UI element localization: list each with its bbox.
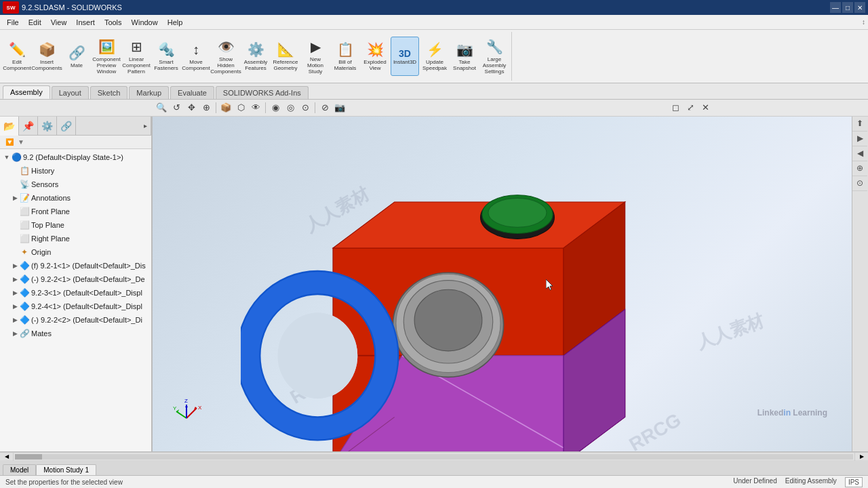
new-motion-button[interactable]: ▶ NewMotionStudy xyxy=(301,37,330,76)
bottom-tab-motion[interactable]: Motion Study 1 xyxy=(36,464,96,475)
view-expand-button[interactable]: ⤢ xyxy=(684,101,697,115)
linear-component-icon: ⊞ xyxy=(131,39,142,55)
show-hidden-button[interactable]: 👁️ ShowHiddenComponents xyxy=(212,37,240,76)
update-speedpak-label: UpdateSpeedpak xyxy=(422,59,447,71)
right-panel-btn-1[interactable]: ⬆ xyxy=(852,117,867,131)
right-panel-btn-5[interactable]: ⊙ xyxy=(852,176,867,191)
tree-label-history: History xyxy=(31,167,54,175)
minimize-button[interactable]: — xyxy=(830,2,841,13)
shadows-button[interactable]: ⊙ xyxy=(298,101,312,115)
tree-item-comp4[interactable]: ▶ 🔷 9.2-4<1> (Default<Default>_Displ xyxy=(0,300,151,313)
view-close-button[interactable]: ✕ xyxy=(698,101,712,115)
tree-expand-root[interactable]: ▼ xyxy=(3,152,11,163)
tree-expand-comp4[interactable]: ▶ xyxy=(11,301,19,312)
realview-button[interactable]: ◎ xyxy=(283,101,297,115)
linear-component-label: LinearComponentPattern xyxy=(122,56,150,75)
tree-item-front-plane[interactable]: ⬜ Front Plane xyxy=(0,205,151,218)
bill-materials-button[interactable]: 📋 Bill ofMaterials xyxy=(331,37,359,76)
tree-expand-annotations[interactable]: ▶ xyxy=(11,192,19,203)
tree-expand-comp3[interactable]: ▶ xyxy=(11,287,19,298)
right-panel: ⬆ ▶ ◀ ⊕ ⊙ xyxy=(852,117,868,451)
tree-expand-comp2[interactable]: ▶ xyxy=(11,274,19,285)
view-collapse-button[interactable]: ◻ xyxy=(669,101,682,115)
menu-tools[interactable]: Tools xyxy=(100,17,126,28)
tab-evaluate[interactable]: Evaluate xyxy=(170,86,214,99)
assembly-features-button[interactable]: ⚙️ AssemblyFeatures xyxy=(241,37,270,76)
tree-item-right-plane[interactable]: ⬜ Right Plane xyxy=(0,232,151,245)
tab-assembly[interactable]: Assembly xyxy=(3,85,50,99)
svg-text:X: X xyxy=(198,405,202,411)
tree-item-comp3[interactable]: ▶ 🔷 9.2-3<1> (Default<Default>_Displ xyxy=(0,286,151,300)
tree-item-comp5[interactable]: ▶ 🔷 (-) 9.2-2<2> (Default<Default>_Di xyxy=(0,313,151,327)
tree-item-top-plane[interactable]: ⬜ Top Plane xyxy=(0,218,151,232)
menu-insert[interactable]: Insert xyxy=(72,17,99,28)
insert-components-button[interactable]: 📦 InsertComponents xyxy=(33,37,61,76)
smart-fasteners-button[interactable]: 🔩 SmartFasteners xyxy=(152,37,180,76)
edit-component-button[interactable]: ✏️ EditComponent xyxy=(3,37,31,76)
mate-button[interactable]: 🔗 Mate xyxy=(62,37,91,76)
tree-item-history[interactable]: 📋 History xyxy=(0,164,151,178)
tree-label-annotations: Annotations xyxy=(31,194,71,202)
linear-component-button[interactable]: ⊞ LinearComponentPattern xyxy=(122,37,151,76)
scroll-left-button[interactable]: ◀ xyxy=(0,453,14,461)
bottom-tab-model[interactable]: Model xyxy=(3,464,36,475)
mate-icon: 🔗 xyxy=(68,45,85,61)
menu-file[interactable]: File xyxy=(3,17,23,28)
view-orientation-button[interactable]: 📦 xyxy=(219,101,233,115)
tree-expand-mates[interactable]: ▶ xyxy=(11,328,19,339)
tab-sketch[interactable]: Sketch xyxy=(90,86,128,99)
exploded-view-button[interactable]: 💥 ExplodedView xyxy=(361,37,389,76)
tab-solidworks-addins[interactable]: SOLIDWORKS Add-Ins xyxy=(216,86,309,99)
sidebar-tab-feature-tree[interactable]: 📂 xyxy=(0,117,19,136)
reference-geometry-button[interactable]: 📐 ReferenceGeometry xyxy=(271,37,300,76)
right-panel-btn-2[interactable]: ▶ xyxy=(852,131,867,146)
scrollbar-thumb[interactable] xyxy=(15,454,42,460)
display-style-button[interactable]: ⬡ xyxy=(234,101,248,115)
tree-expand-sensors xyxy=(11,179,19,190)
menu-view[interactable]: View xyxy=(47,17,71,28)
rotate-button[interactable]: ↺ xyxy=(170,101,183,115)
tree-expand-comp5[interactable]: ▶ xyxy=(11,314,19,325)
take-snapshot-button[interactable]: 📷 TakeSnapshot xyxy=(450,37,479,76)
camera-button[interactable]: 📷 xyxy=(333,101,347,115)
mate-label: Mate xyxy=(71,62,83,68)
viewport[interactable]: 人人素材 www.rrjpg.com RRCG RRCG RRCG 人人素材 xyxy=(153,117,868,451)
tab-markup[interactable]: Markup xyxy=(129,86,169,99)
status-message: Set the properties for the selected view xyxy=(5,479,733,486)
menu-window[interactable]: Window xyxy=(127,17,162,28)
close-button[interactable]: ✕ xyxy=(854,2,865,13)
maximize-button[interactable]: □ xyxy=(842,2,853,13)
sidebar-expand-arrow[interactable]: ▸ xyxy=(140,117,151,136)
section-view-button[interactable]: ⊘ xyxy=(318,101,332,115)
menu-edit[interactable]: Edit xyxy=(24,17,45,28)
hide-show-button[interactable]: 👁 xyxy=(249,101,262,115)
appearance-button[interactable]: ◉ xyxy=(269,101,282,115)
instant3d-button[interactable]: 3D Instant3D xyxy=(391,37,419,76)
component-preview-button[interactable]: 🖼️ ComponentPreviewWindow xyxy=(92,37,121,76)
component-preview-label: ComponentPreviewWindow xyxy=(92,56,120,75)
right-panel-btn-3[interactable]: ◀ xyxy=(852,146,867,161)
move-component-button[interactable]: ↕ MoveComponent xyxy=(182,37,210,76)
tree-expand-comp1[interactable]: ▶ xyxy=(11,260,19,271)
menu-help[interactable]: Help xyxy=(163,17,187,28)
tree-item-comp1[interactable]: ▶ 🔷 (f) 9.2-1<1> (Default<Default>_Dis xyxy=(0,259,151,272)
tab-layout[interactable]: Layout xyxy=(52,86,89,99)
sidebar-tab-config[interactable]: ⚙️ xyxy=(38,117,57,136)
pan-button[interactable]: ✥ xyxy=(184,101,198,115)
tree-item-origin[interactable]: ✦ Origin xyxy=(0,245,151,259)
tree-item-sensors[interactable]: 📡 Sensors xyxy=(0,178,151,191)
assembly-features-label: AssemblyFeatures xyxy=(244,59,268,71)
zoom-fit-button[interactable]: 🔍 xyxy=(155,101,168,115)
large-assembly-button[interactable]: 🔧 LargeAssemblySettings xyxy=(480,37,509,76)
update-speedpak-button[interactable]: ⚡ UpdateSpeedpak xyxy=(420,37,449,76)
right-panel-btn-4[interactable]: ⊕ xyxy=(852,161,867,176)
tree-item-annotations[interactable]: ▶ 📝 Annotations xyxy=(0,191,151,205)
scroll-right-button[interactable]: ▶ xyxy=(854,453,868,461)
sidebar-tab-property[interactable]: 📌 xyxy=(19,117,38,136)
tree-item-root[interactable]: ▼ 🔵 9.2 (Default<Display State-1>) xyxy=(0,150,151,164)
scrollbar-track[interactable] xyxy=(15,454,853,460)
zoom-button[interactable]: ⊕ xyxy=(199,101,213,115)
sidebar-tab-mates[interactable]: 🔗 xyxy=(57,117,76,136)
tree-item-mates[interactable]: ▶ 🔗 Mates xyxy=(0,327,151,340)
tree-item-comp2[interactable]: ▶ 🔷 (-) 9.2-2<1> (Default<Default>_De xyxy=(0,272,151,286)
